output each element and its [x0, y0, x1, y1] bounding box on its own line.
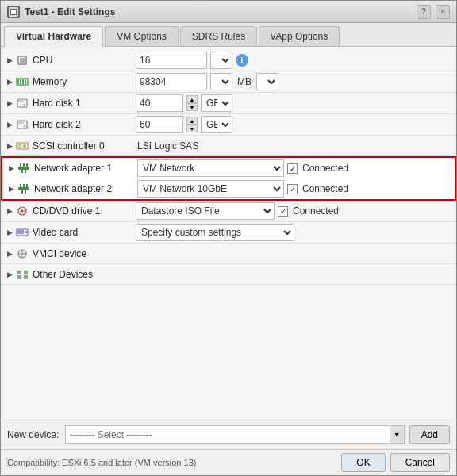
new-device-select[interactable]	[65, 425, 390, 444]
videocard-expand[interactable]: ▶	[4, 227, 15, 238]
new-device-label: New device:	[7, 429, 59, 440]
cddvd-controls: Datastore ISO File Connected	[136, 202, 453, 220]
compatibility-text: Compatibility: ESXi 6.5 and later (VM ve…	[7, 458, 196, 467]
harddisk2-spinner: ▲ ▼	[186, 117, 198, 132]
svg-point-47	[21, 252, 24, 255]
memory-dropdown[interactable]: ▼	[210, 73, 232, 90]
harddisk1-down[interactable]: ▼	[186, 103, 198, 111]
scsi-value: LSI Logic SAS	[136, 139, 200, 153]
svg-rect-55	[24, 275, 28, 279]
title-bar-left: Test1 - Edit Settings	[7, 6, 115, 18]
scsi-expand[interactable]: ▶	[4, 140, 15, 152]
cancel-button[interactable]: Cancel	[390, 453, 450, 472]
cddvd-select[interactable]: Datastore ISO File	[136, 202, 275, 220]
svg-rect-26	[17, 144, 21, 148]
videocard-select[interactable]: Specify custom settings	[136, 224, 294, 241]
cpu-label: CPU	[33, 55, 136, 66]
svg-rect-45	[25, 231, 27, 233]
memory-input[interactable]	[136, 73, 207, 90]
harddisk2-down[interactable]: ▼	[186, 125, 198, 132]
cddvd-expand[interactable]: ▶	[4, 205, 15, 217]
harddisk1-expand[interactable]: ▶	[4, 98, 15, 109]
vmci-expand[interactable]: ▶	[4, 248, 15, 259]
otherdevices-expand[interactable]: ▶	[4, 269, 15, 280]
memory-row: ▶ Memory ▼ MB ▼	[1, 71, 456, 93]
svg-rect-53	[24, 271, 28, 274]
scsi-controls: LSI Logic SAS	[136, 139, 453, 153]
videocard-controls: Specify custom settings	[136, 224, 453, 241]
memory-expand[interactable]: ▶	[4, 76, 15, 87]
expand-button[interactable]: »	[436, 5, 450, 19]
harddisk1-unit[interactable]: GB	[201, 94, 232, 112]
harddisk1-label: Hard disk 1	[33, 98, 136, 109]
tabs-bar: Virtual Hardware VM Options SDRS Rules v…	[1, 23, 456, 47]
title-bar-right: ? »	[417, 5, 450, 19]
memory-icon	[15, 76, 29, 87]
harddisk1-input[interactable]	[136, 94, 183, 112]
netadapter1-expand[interactable]: ▶	[6, 163, 17, 174]
netadapter1-connected-checkbox[interactable]	[287, 163, 298, 174]
cddvd-label: CD/DVD drive 1	[33, 205, 136, 217]
netadapter2-row: ▶ Network adapter 2 VM Network 10GbE	[1, 178, 456, 201]
help-button[interactable]: ?	[417, 5, 431, 19]
cddvd-row: ▶ CD/DVD drive 1 Datastore ISO File Conn…	[1, 201, 456, 222]
new-device-arrow[interactable]: ▼	[390, 425, 405, 444]
svg-rect-29	[20, 163, 21, 167]
netadapter2-connected-label: Connected	[301, 182, 350, 196]
svg-point-23	[24, 125, 26, 128]
svg-rect-31	[26, 163, 28, 167]
netadapter1-controls: VM Network Connected	[137, 159, 451, 177]
harddisk2-expand[interactable]: ▶	[4, 119, 15, 130]
vmci-icon	[15, 248, 29, 259]
harddisk1-controls: ▲ ▼ GB	[136, 94, 453, 112]
scsi-row: ▶ SCSI controller 0 LSI Logic SAS	[1, 136, 456, 156]
harddisk1-icon	[15, 98, 29, 109]
harddisk2-up[interactable]: ▲	[186, 117, 198, 125]
svg-rect-27	[23, 144, 26, 148]
cddvd-connected-checkbox[interactable]	[278, 206, 288, 217]
netadapter1-connected-label: Connected	[301, 161, 350, 175]
add-button[interactable]: Add	[409, 425, 450, 444]
svg-point-41	[21, 210, 24, 213]
tab-vm-options[interactable]: VM Options	[105, 26, 179, 46]
cpu-info-icon[interactable]: i	[236, 54, 248, 67]
harddisk2-icon	[15, 119, 29, 130]
netadapter2-connected-checkbox[interactable]	[287, 184, 298, 194]
harddisk2-label: Hard disk 2	[33, 119, 136, 130]
svg-rect-17	[22, 79, 24, 84]
cpu-expand[interactable]: ▶	[4, 55, 15, 66]
memory-label: Memory	[33, 76, 136, 87]
tab-vapp-options[interactable]: vApp Options	[259, 26, 340, 46]
svg-rect-44	[17, 230, 24, 234]
netadapter2-expand[interactable]: ▶	[6, 183, 17, 194]
tab-sdrs-rules[interactable]: SDRS Rules	[180, 26, 257, 46]
netadapter1-network-select[interactable]: VM Network	[137, 159, 284, 177]
netadapter2-network-select[interactable]: VM Network 10GbE	[137, 180, 284, 198]
content-spacer	[1, 285, 456, 396]
cpu-icon	[15, 55, 29, 66]
harddisk2-row: ▶ Hard disk 2 ▲ ▼ GB	[1, 114, 456, 136]
harddisk2-input[interactable]	[136, 116, 183, 133]
status-bar: Compatibility: ESXi 6.5 and later (VM ve…	[1, 449, 456, 475]
svg-rect-16	[20, 79, 21, 84]
netadapter1-row: ▶ Network adapter 1 VM Network	[1, 156, 456, 178]
cpu-controls: ▼ i	[136, 52, 453, 69]
tab-virtual-hardware[interactable]: Virtual Hardware	[4, 26, 103, 47]
netadapter2-connected-wrap: Connected	[287, 182, 350, 196]
netadapter1-icon	[17, 163, 31, 174]
scsi-icon	[15, 140, 29, 152]
harddisk1-up[interactable]: ▲	[186, 95, 198, 103]
svg-rect-52	[17, 271, 21, 274]
ok-button[interactable]: OK	[341, 453, 385, 472]
edit-settings-window: Test1 - Edit Settings ? » Virtual Hardwa…	[0, 0, 457, 476]
svg-rect-36	[23, 184, 25, 188]
videocard-row: ▶ Video card Specify custom settings	[1, 222, 456, 244]
svg-rect-30	[23, 163, 25, 167]
cpu-input[interactable]	[136, 52, 207, 69]
cpu-dropdown[interactable]: ▼	[210, 52, 232, 69]
memory-unit-dropdown[interactable]: ▼	[256, 73, 278, 90]
harddisk2-unit[interactable]: GB	[201, 116, 232, 133]
window-icon	[7, 6, 20, 18]
svg-point-20	[24, 104, 26, 106]
svg-rect-35	[20, 184, 21, 188]
